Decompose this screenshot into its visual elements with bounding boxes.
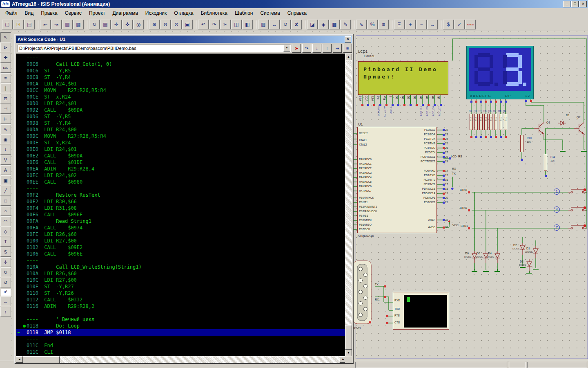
push-button-2[interactable] bbox=[568, 206, 586, 215]
code-line-7[interactable]: 00D0 LDI R24,$01 bbox=[16, 100, 347, 107]
menu-item-1[interactable]: Вид bbox=[21, 9, 38, 17]
code-gutter[interactable] bbox=[16, 100, 27, 107]
code-line-28[interactable]: 0100 LDI R27,$00 bbox=[16, 238, 347, 244]
remove-sheet-button[interactable]: − bbox=[416, 20, 427, 29]
code-gutter[interactable] bbox=[16, 303, 27, 310]
symbol-2d-button[interactable]: S bbox=[0, 247, 11, 257]
resistor-r9[interactable] bbox=[504, 114, 507, 130]
scroll-down-icon[interactable]: ▼ bbox=[345, 350, 352, 356]
open-design-button[interactable]: ⊡ bbox=[13, 20, 24, 29]
text-2d-button[interactable]: T bbox=[0, 237, 11, 247]
menu-item-3[interactable]: Сервис bbox=[61, 9, 85, 17]
code-gutter[interactable] bbox=[16, 244, 27, 251]
code-line-3[interactable]: 00C8 ST -Y,R4 bbox=[16, 74, 347, 81]
resistor-r2[interactable] bbox=[470, 114, 473, 130]
code-line-17[interactable]: 00EA ADIW R29:R28,4 bbox=[16, 166, 347, 172]
cut-button[interactable]: ✂ bbox=[220, 20, 231, 29]
code-gutter[interactable] bbox=[16, 185, 27, 192]
code-gutter[interactable] bbox=[16, 218, 27, 224]
box-2d-button[interactable]: □ bbox=[0, 196, 11, 206]
component-mode-button[interactable]: ⊳ bbox=[0, 43, 11, 52]
code-line-32[interactable]: 010A Call LCD_WriteString(String1) bbox=[16, 264, 347, 270]
resistor-r7[interactable] bbox=[494, 114, 497, 130]
code-line-22[interactable]: 00F2 LDI R30,$66 bbox=[16, 198, 347, 205]
led-d3[interactable] bbox=[526, 259, 533, 272]
code-line-40[interactable]: ---- ' Вечный цикл bbox=[16, 316, 347, 323]
wire-label-mode-button[interactable]: LBL bbox=[0, 63, 11, 73]
code-line-29[interactable]: 0102 CALL $09E2 bbox=[16, 244, 347, 251]
new-sheet-button[interactable]: + bbox=[405, 20, 416, 29]
block-rotate-button[interactable]: ↺ bbox=[280, 20, 291, 29]
code-line-45[interactable]: 011C CLI bbox=[16, 349, 347, 355]
pan-view-button[interactable]: ◎ bbox=[133, 20, 144, 29]
code-gutter[interactable] bbox=[16, 179, 27, 185]
code-gutter[interactable] bbox=[16, 257, 27, 264]
make-device-button[interactable]: ◈ bbox=[318, 20, 329, 29]
code-gutter[interactable] bbox=[16, 159, 27, 166]
menu-item-2[interactable]: Правка bbox=[37, 9, 61, 17]
code-gutter[interactable] bbox=[16, 126, 27, 133]
menu-item-9[interactable]: Шаблон bbox=[231, 9, 256, 17]
selection-pointer-button[interactable]: ↖ bbox=[0, 32, 11, 42]
code-vertical-scrollbar[interactable]: ▲ ▼ bbox=[345, 54, 352, 356]
title-bar[interactable]: isis ATmega16 - ISIS Professional (Анима… bbox=[0, 0, 588, 8]
code-line-24[interactable]: 00F6 CALL $096E bbox=[16, 211, 347, 218]
graph-mode-button[interactable]: ∿ bbox=[0, 124, 11, 134]
code-gutter[interactable] bbox=[16, 133, 27, 139]
led-d2[interactable] bbox=[519, 243, 526, 255]
code-gutter[interactable] bbox=[16, 336, 27, 342]
copy-button[interactable]: ◫ bbox=[231, 20, 242, 29]
zoom-in-button[interactable]: ⊕ bbox=[149, 20, 160, 29]
virtual-terminal[interactable] bbox=[393, 292, 449, 330]
code-gutter[interactable] bbox=[16, 81, 27, 87]
code-line-6[interactable]: 00CE ST x,R24 bbox=[16, 94, 347, 100]
run-to-line-button[interactable]: ➤ bbox=[292, 44, 301, 53]
resistor-r11[interactable] bbox=[544, 154, 547, 171]
code-line-42[interactable]: ►0118 JMP $0118 bbox=[16, 329, 347, 336]
resistor-r3[interactable] bbox=[474, 114, 478, 130]
code-gutter[interactable] bbox=[16, 231, 27, 238]
menu-item-11[interactable]: Справка bbox=[284, 9, 310, 17]
path-2d-button[interactable]: ◇ bbox=[0, 227, 11, 236]
led-d1[interactable] bbox=[532, 246, 539, 258]
zoom-area-button[interactable]: ▣ bbox=[182, 20, 193, 29]
code-gutter[interactable] bbox=[16, 67, 27, 74]
code-line-10[interactable]: 00D8 ST -Y,R4 bbox=[16, 120, 347, 126]
refresh-display-button[interactable]: ↻ bbox=[89, 20, 100, 29]
db9-connector[interactable] bbox=[352, 260, 375, 325]
code-line-36[interactable]: 0110 ST -Y,R26 bbox=[16, 290, 347, 296]
electrical-rule-check-button[interactable]: ✓ bbox=[454, 20, 465, 29]
mark-output-area-button[interactable]: ▧ bbox=[73, 20, 84, 29]
code-line-18[interactable]: 00EC LDI R24,$02 bbox=[16, 172, 347, 179]
code-gutter[interactable] bbox=[16, 192, 27, 198]
code-gutter[interactable] bbox=[16, 139, 27, 146]
voltage-probe-mode-button[interactable]: V bbox=[0, 155, 11, 165]
code-gutter[interactable] bbox=[16, 205, 27, 211]
wire-autorouter-button[interactable]: ∿ bbox=[356, 20, 367, 29]
code-gutter[interactable] bbox=[16, 323, 27, 329]
hscroll-thumb[interactable] bbox=[23, 356, 60, 363]
seven-segment-display[interactable]: ABCDEFG DP 12 bbox=[466, 46, 534, 99]
virtual-instruments-mode-button[interactable]: ▣ bbox=[0, 175, 11, 185]
property-assignment-button[interactable]: ≡ bbox=[378, 20, 389, 29]
code-line-41[interactable]: 0118 Do: Loop bbox=[16, 323, 347, 329]
menu-item-7[interactable]: Отладка bbox=[170, 9, 197, 17]
netlist-to-ares-button[interactable]: ARES bbox=[465, 20, 476, 29]
code-gutter[interactable] bbox=[16, 61, 27, 67]
code-line-39[interactable]: ---- bbox=[16, 310, 347, 316]
code-horizontal-scrollbar[interactable]: ◄ ► bbox=[16, 356, 347, 363]
arc-2d-button[interactable]: ◠ bbox=[0, 216, 11, 226]
code-line-27[interactable]: 00FE LDI R26,$60 bbox=[16, 231, 347, 238]
code-line-4[interactable]: 00CA LDI R24,$01 bbox=[16, 81, 347, 87]
code-gutter[interactable] bbox=[16, 172, 27, 179]
source-code-window[interactable]: AVR Source Code - U1 × D:\Projects\IAR\P… bbox=[14, 34, 354, 364]
generator-mode-button[interactable]: ≀ bbox=[0, 145, 11, 155]
block-move-button[interactable]: ↔ bbox=[269, 20, 280, 29]
code-line-34[interactable]: 010C LDI R27,$00 bbox=[16, 277, 347, 283]
code-line-31[interactable]: ---- bbox=[16, 257, 347, 264]
code-gutter[interactable] bbox=[16, 54, 27, 61]
goto-sheet-button[interactable]: → bbox=[427, 20, 438, 29]
code-line-26[interactable]: 00FA CALL $0974 bbox=[16, 224, 347, 231]
code-gutter[interactable] bbox=[16, 87, 27, 94]
code-gutter[interactable] bbox=[16, 316, 27, 323]
